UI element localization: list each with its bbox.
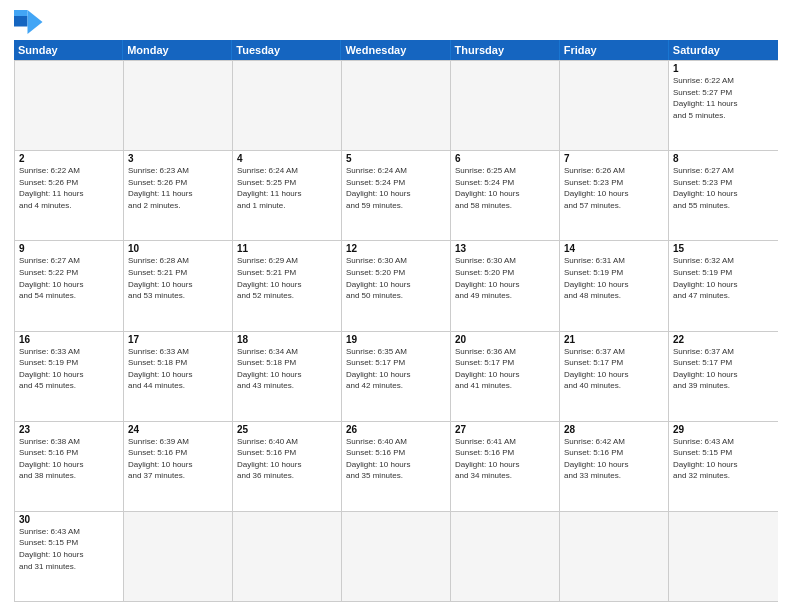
header — [14, 10, 778, 34]
day-number: 13 — [455, 243, 555, 254]
day-detail: Sunrise: 6:39 AM Sunset: 5:16 PM Dayligh… — [128, 436, 228, 482]
empty-cell — [560, 512, 669, 601]
day-number: 2 — [19, 153, 119, 164]
day-detail: Sunrise: 6:37 AM Sunset: 5:17 PM Dayligh… — [673, 346, 774, 392]
day-cell-30: 30Sunrise: 6:43 AM Sunset: 5:15 PM Dayli… — [15, 512, 124, 601]
empty-cell — [233, 61, 342, 150]
day-number: 26 — [346, 424, 446, 435]
day-detail: Sunrise: 6:41 AM Sunset: 5:16 PM Dayligh… — [455, 436, 555, 482]
day-detail: Sunrise: 6:27 AM Sunset: 5:23 PM Dayligh… — [673, 165, 774, 211]
day-cell-5: 5Sunrise: 6:24 AM Sunset: 5:24 PM Daylig… — [342, 151, 451, 240]
day-cell-23: 23Sunrise: 6:38 AM Sunset: 5:16 PM Dayli… — [15, 422, 124, 511]
day-detail: Sunrise: 6:40 AM Sunset: 5:16 PM Dayligh… — [237, 436, 337, 482]
svg-marker-1 — [28, 10, 43, 34]
calendar-row-3: 16Sunrise: 6:33 AM Sunset: 5:19 PM Dayli… — [15, 331, 778, 421]
day-number: 7 — [564, 153, 664, 164]
calendar-row-2: 9Sunrise: 6:27 AM Sunset: 5:22 PM Daylig… — [15, 240, 778, 330]
calendar-header: SundayMondayTuesdayWednesdayThursdayFrid… — [14, 40, 778, 60]
day-cell-15: 15Sunrise: 6:32 AM Sunset: 5:19 PM Dayli… — [669, 241, 778, 330]
day-cell-16: 16Sunrise: 6:33 AM Sunset: 5:19 PM Dayli… — [15, 332, 124, 421]
empty-cell — [669, 512, 778, 601]
empty-cell — [124, 512, 233, 601]
day-detail: Sunrise: 6:35 AM Sunset: 5:17 PM Dayligh… — [346, 346, 446, 392]
day-cell-27: 27Sunrise: 6:41 AM Sunset: 5:16 PM Dayli… — [451, 422, 560, 511]
svg-rect-0 — [14, 16, 28, 27]
day-number: 23 — [19, 424, 119, 435]
day-header-thursday: Thursday — [451, 40, 560, 60]
empty-cell — [560, 61, 669, 150]
day-cell-17: 17Sunrise: 6:33 AM Sunset: 5:18 PM Dayli… — [124, 332, 233, 421]
day-cell-6: 6Sunrise: 6:25 AM Sunset: 5:24 PM Daylig… — [451, 151, 560, 240]
day-number: 4 — [237, 153, 337, 164]
day-detail: Sunrise: 6:29 AM Sunset: 5:21 PM Dayligh… — [237, 255, 337, 301]
day-detail: Sunrise: 6:24 AM Sunset: 5:24 PM Dayligh… — [346, 165, 446, 211]
day-cell-22: 22Sunrise: 6:37 AM Sunset: 5:17 PM Dayli… — [669, 332, 778, 421]
day-number: 15 — [673, 243, 774, 254]
day-number: 25 — [237, 424, 337, 435]
day-number: 1 — [673, 63, 774, 74]
day-detail: Sunrise: 6:42 AM Sunset: 5:16 PM Dayligh… — [564, 436, 664, 482]
day-number: 24 — [128, 424, 228, 435]
day-cell-2: 2Sunrise: 6:22 AM Sunset: 5:26 PM Daylig… — [15, 151, 124, 240]
day-number: 10 — [128, 243, 228, 254]
day-detail: Sunrise: 6:30 AM Sunset: 5:20 PM Dayligh… — [346, 255, 446, 301]
day-cell-14: 14Sunrise: 6:31 AM Sunset: 5:19 PM Dayli… — [560, 241, 669, 330]
day-header-tuesday: Tuesday — [232, 40, 341, 60]
day-cell-10: 10Sunrise: 6:28 AM Sunset: 5:21 PM Dayli… — [124, 241, 233, 330]
day-detail: Sunrise: 6:23 AM Sunset: 5:26 PM Dayligh… — [128, 165, 228, 211]
day-detail: Sunrise: 6:34 AM Sunset: 5:18 PM Dayligh… — [237, 346, 337, 392]
day-header-monday: Monday — [123, 40, 232, 60]
day-number: 3 — [128, 153, 228, 164]
day-detail: Sunrise: 6:26 AM Sunset: 5:23 PM Dayligh… — [564, 165, 664, 211]
day-cell-1: 1Sunrise: 6:22 AM Sunset: 5:27 PM Daylig… — [669, 61, 778, 150]
day-number: 22 — [673, 334, 774, 345]
day-cell-20: 20Sunrise: 6:36 AM Sunset: 5:17 PM Dayli… — [451, 332, 560, 421]
day-number: 21 — [564, 334, 664, 345]
empty-cell — [342, 61, 451, 150]
day-cell-3: 3Sunrise: 6:23 AM Sunset: 5:26 PM Daylig… — [124, 151, 233, 240]
day-detail: Sunrise: 6:25 AM Sunset: 5:24 PM Dayligh… — [455, 165, 555, 211]
day-cell-19: 19Sunrise: 6:35 AM Sunset: 5:17 PM Dayli… — [342, 332, 451, 421]
day-number: 17 — [128, 334, 228, 345]
day-cell-21: 21Sunrise: 6:37 AM Sunset: 5:17 PM Dayli… — [560, 332, 669, 421]
empty-cell — [342, 512, 451, 601]
day-cell-29: 29Sunrise: 6:43 AM Sunset: 5:15 PM Dayli… — [669, 422, 778, 511]
day-header-sunday: Sunday — [14, 40, 123, 60]
day-number: 28 — [564, 424, 664, 435]
day-detail: Sunrise: 6:22 AM Sunset: 5:27 PM Dayligh… — [673, 75, 774, 121]
logo-icon — [14, 10, 44, 34]
day-number: 18 — [237, 334, 337, 345]
day-detail: Sunrise: 6:33 AM Sunset: 5:19 PM Dayligh… — [19, 346, 119, 392]
day-number: 30 — [19, 514, 119, 525]
day-number: 14 — [564, 243, 664, 254]
day-header-friday: Friday — [560, 40, 669, 60]
day-cell-13: 13Sunrise: 6:30 AM Sunset: 5:20 PM Dayli… — [451, 241, 560, 330]
day-number: 19 — [346, 334, 446, 345]
day-cell-28: 28Sunrise: 6:42 AM Sunset: 5:16 PM Dayli… — [560, 422, 669, 511]
day-number: 16 — [19, 334, 119, 345]
calendar-row-1: 2Sunrise: 6:22 AM Sunset: 5:26 PM Daylig… — [15, 150, 778, 240]
day-number: 20 — [455, 334, 555, 345]
day-header-saturday: Saturday — [669, 40, 778, 60]
page: SundayMondayTuesdayWednesdayThursdayFrid… — [0, 0, 792, 612]
day-cell-8: 8Sunrise: 6:27 AM Sunset: 5:23 PM Daylig… — [669, 151, 778, 240]
day-number: 27 — [455, 424, 555, 435]
day-detail: Sunrise: 6:37 AM Sunset: 5:17 PM Dayligh… — [564, 346, 664, 392]
empty-cell — [451, 61, 560, 150]
day-cell-11: 11Sunrise: 6:29 AM Sunset: 5:21 PM Dayli… — [233, 241, 342, 330]
day-number: 9 — [19, 243, 119, 254]
day-number: 29 — [673, 424, 774, 435]
day-detail: Sunrise: 6:31 AM Sunset: 5:19 PM Dayligh… — [564, 255, 664, 301]
day-cell-18: 18Sunrise: 6:34 AM Sunset: 5:18 PM Dayli… — [233, 332, 342, 421]
day-detail: Sunrise: 6:30 AM Sunset: 5:20 PM Dayligh… — [455, 255, 555, 301]
day-detail: Sunrise: 6:27 AM Sunset: 5:22 PM Dayligh… — [19, 255, 119, 301]
day-detail: Sunrise: 6:43 AM Sunset: 5:15 PM Dayligh… — [19, 526, 119, 572]
day-detail: Sunrise: 6:32 AM Sunset: 5:19 PM Dayligh… — [673, 255, 774, 301]
day-cell-26: 26Sunrise: 6:40 AM Sunset: 5:16 PM Dayli… — [342, 422, 451, 511]
empty-cell — [233, 512, 342, 601]
day-number: 8 — [673, 153, 774, 164]
day-number: 11 — [237, 243, 337, 254]
day-detail: Sunrise: 6:43 AM Sunset: 5:15 PM Dayligh… — [673, 436, 774, 482]
logo — [14, 10, 48, 34]
day-number: 12 — [346, 243, 446, 254]
